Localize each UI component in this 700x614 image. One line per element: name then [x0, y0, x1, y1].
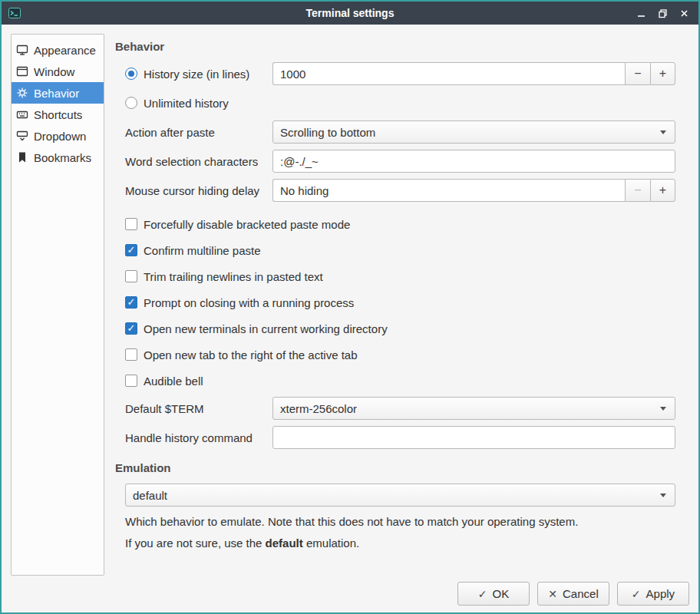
restore-button[interactable]	[654, 5, 671, 21]
terminal-app-icon[interactable]	[8, 6, 21, 20]
word-selection-label: Word selection characters	[125, 155, 272, 168]
settings-sidebar: Appearance Window Behavior	[11, 34, 104, 576]
sidebar-item-label: Appearance	[34, 44, 96, 57]
dialog-body: Appearance Window Behavior	[2, 25, 698, 612]
checkbox-open-in-cwd[interactable]: Open new terminals in current working di…	[125, 315, 675, 342]
window-icon	[16, 65, 28, 78]
sidebar-item-appearance[interactable]: Appearance	[12, 39, 104, 61]
shortcuts-icon	[16, 108, 28, 120]
bookmarks-icon	[16, 151, 28, 163]
checkbox-label: Open new terminals in current working di…	[144, 322, 388, 335]
sidebar-item-label: Shortcuts	[34, 108, 82, 121]
action-after-paste-select[interactable]: Scrolling to bottom	[272, 120, 675, 144]
default-term-select[interactable]: xterm-256color	[272, 397, 675, 420]
sidebar-item-shortcuts[interactable]: Shortcuts	[12, 104, 104, 125]
behavior-icon	[16, 87, 28, 99]
checkbox-label: Forcefully disable bracketed paste mode	[144, 218, 350, 231]
titlebar: Terminal settings	[2, 2, 698, 25]
checkbox-indicator	[125, 296, 137, 309]
appearance-icon	[16, 44, 28, 56]
mouse-cursor-delay-input[interactable]	[272, 179, 625, 202]
selected-value: default	[133, 489, 660, 502]
checkbox-label: Open new tab to the right of the active …	[144, 348, 358, 361]
sidebar-item-dropdown[interactable]: Dropdown	[12, 125, 104, 147]
behavior-section-heading: Behavior	[115, 40, 675, 53]
unlimited-history-label: Unlimited history	[144, 97, 229, 110]
checkbox-audible-bell[interactable]: Audible bell	[125, 368, 675, 394]
check-icon: ✓	[478, 588, 487, 600]
emulation-select[interactable]: default	[125, 484, 675, 507]
history-size-decrement-button[interactable]: −	[625, 62, 650, 85]
chevron-down-icon	[660, 407, 666, 411]
minimize-button[interactable]	[632, 5, 649, 21]
selected-value: xterm-256color	[280, 402, 660, 415]
checkbox-indicator	[125, 375, 137, 387]
action-after-paste-label: Action after paste	[125, 126, 272, 139]
sidebar-item-label: Behavior	[34, 87, 79, 100]
emulation-help-text-2: If you are not sure, use the default emu…	[125, 536, 675, 550]
history-size-spinbox: − +	[272, 62, 675, 85]
behavior-settings-panel: Behavior History size (in lines) − +	[115, 40, 675, 550]
checkbox-indicator	[125, 348, 137, 361]
default-term-label: Default $TERM	[125, 402, 272, 415]
checkbox-open-tab-right[interactable]: Open new tab to the right of the active …	[125, 342, 675, 368]
cancel-button[interactable]: ✕ Cancel	[537, 582, 609, 606]
checkbox-indicator	[125, 322, 137, 335]
dialog-footer: ✓ OK ✕ Cancel ✓ Apply	[457, 582, 689, 606]
apply-button-label: Apply	[646, 587, 675, 600]
cross-icon: ✕	[548, 588, 557, 600]
radio-indicator	[125, 97, 137, 109]
sidebar-item-bookmarks[interactable]: Bookmarks	[12, 147, 104, 168]
checkbox-bracketed-paste[interactable]: Forcefully disable bracketed paste mode	[125, 211, 675, 237]
mouse-cursor-delay-increment-button[interactable]: +	[650, 179, 675, 202]
emulation-section-heading: Emulation	[115, 461, 675, 474]
checkbox-label: Prompt on closing with a running process	[144, 296, 354, 309]
close-button[interactable]	[675, 5, 692, 21]
history-size-increment-button[interactable]: +	[650, 62, 675, 85]
selected-value: Scrolling to bottom	[280, 126, 660, 139]
checkbox-label: Trim trailing newlines in pasted text	[144, 270, 323, 283]
emulation-help-text: Which behavior to emulate. Note that thi…	[125, 515, 675, 528]
ok-button[interactable]: ✓ OK	[457, 582, 530, 606]
checkbox-trim-trailing-newlines[interactable]: Trim trailing newlines in pasted text	[125, 263, 675, 289]
checkbox-label: Confirm multiline paste	[144, 244, 261, 257]
sidebar-item-behavior[interactable]: Behavior	[12, 82, 104, 104]
checkbox-confirm-multiline-paste[interactable]: Confirm multiline paste	[125, 237, 675, 263]
chevron-down-icon	[660, 130, 666, 134]
ok-button-label: OK	[493, 587, 510, 600]
sidebar-item-window[interactable]: Window	[12, 61, 104, 82]
history-size-radio[interactable]: History size (in lines)	[125, 68, 272, 81]
handle-history-label: Handle history command	[125, 431, 272, 444]
history-size-input[interactable]	[272, 62, 625, 85]
cancel-button-label: Cancel	[563, 587, 599, 600]
history-size-label: History size (in lines)	[144, 68, 249, 81]
checkbox-indicator	[125, 270, 137, 282]
dropdown-icon	[16, 130, 28, 142]
checkbox-indicator	[125, 244, 137, 256]
checkbox-prompt-on-closing[interactable]: Prompt on closing with a running process	[125, 289, 675, 315]
unlimited-history-radio[interactable]: Unlimited history	[125, 97, 272, 110]
mouse-cursor-delay-spinbox: − +	[272, 179, 675, 202]
checkbox-indicator	[125, 218, 137, 230]
terminal-settings-window: Terminal settings	[0, 0, 700, 614]
check-icon: ✓	[632, 588, 641, 600]
sidebar-item-label: Dropdown	[34, 130, 86, 143]
handle-history-input[interactable]	[272, 426, 675, 449]
chevron-down-icon	[660, 494, 666, 497]
sidebar-item-label: Window	[34, 65, 74, 78]
mouse-cursor-delay-label: Mouse cursor hiding delay	[125, 184, 272, 197]
checkbox-label: Audible bell	[144, 375, 203, 388]
mouse-cursor-delay-decrement-button[interactable]: −	[625, 179, 650, 202]
apply-button[interactable]: ✓ Apply	[617, 582, 689, 606]
word-selection-input[interactable]	[272, 150, 675, 173]
sidebar-item-label: Bookmarks	[34, 151, 91, 164]
radio-indicator	[125, 68, 137, 80]
window-title: Terminal settings	[2, 7, 698, 19]
